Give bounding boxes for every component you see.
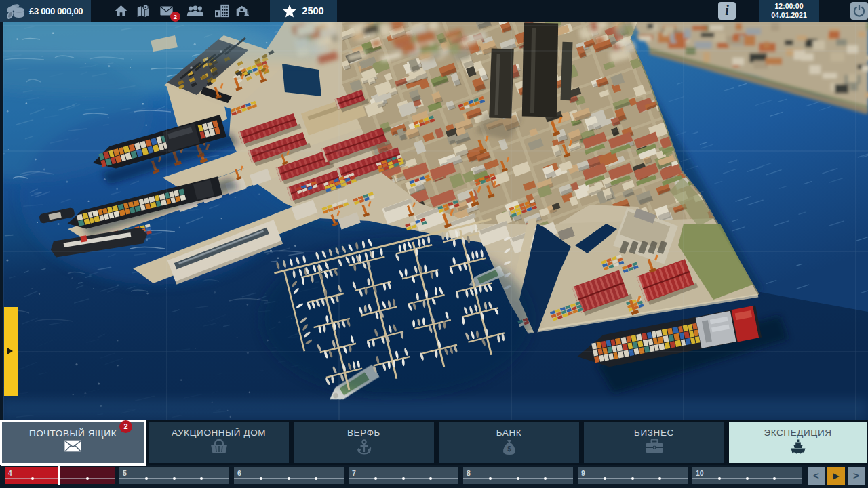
svg-text:$: $ xyxy=(507,445,511,453)
